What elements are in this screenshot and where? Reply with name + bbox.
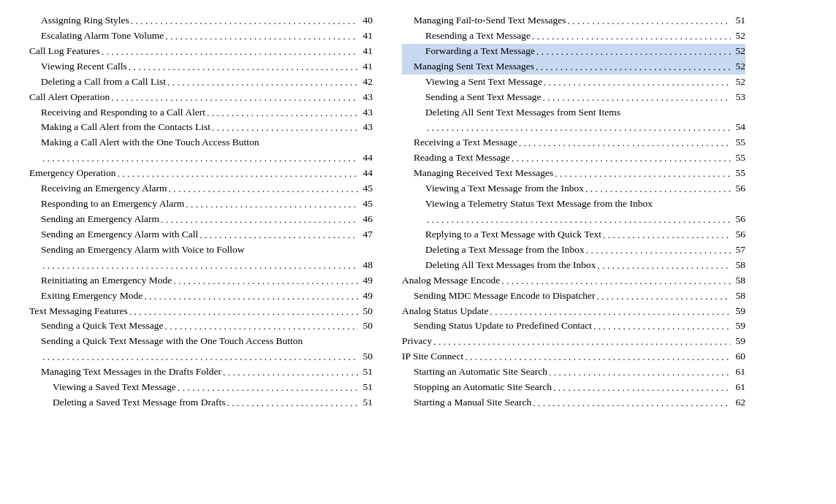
toc-page: 43 <box>360 120 373 135</box>
toc-entry: Making a Call Alert with the One Touch A… <box>29 135 373 166</box>
toc-page: 53 <box>732 90 745 105</box>
right-column: Managing Fail-to-Send Text Messages51Res… <box>387 0 775 504</box>
toc-dots <box>536 45 731 60</box>
toc-page: 62 <box>732 395 745 411</box>
toc-entry: Deleting All Sent Text Messages from Sen… <box>402 105 745 136</box>
toc-dots <box>173 274 358 289</box>
toc-page: 40 <box>360 13 373 28</box>
toc-dots <box>549 365 731 381</box>
toc-entry: Viewing a Saved Text Message51 <box>29 380 373 395</box>
toc-dots <box>42 151 358 167</box>
toc-dots <box>543 91 731 106</box>
toc-dots <box>586 243 731 259</box>
toc-title: Sending a Quick Text Message with the On… <box>41 334 373 349</box>
page-container: Assigning Ring Styles40Escalating Alarm … <box>0 0 836 504</box>
toc-page: 58 <box>732 273 745 289</box>
toc-title: Receiving and Responding to a Call Alert <box>41 105 205 121</box>
toc-title: Viewing a Text Message from the Inbox <box>425 181 584 196</box>
toc-entry: IP Site Connect60 <box>402 349 745 364</box>
toc-dots <box>131 14 358 29</box>
toc-title: Exiting Emergency Mode <box>41 289 142 304</box>
toc-dots <box>603 228 731 243</box>
toc-page: 59 <box>732 334 745 349</box>
toc-page: 41 <box>360 28 373 44</box>
toc-title: Managing Fail-to-Send Text Messages <box>414 13 566 28</box>
toc-dots <box>118 167 358 182</box>
toc-page: 45 <box>360 181 373 196</box>
toc-title: Reading a Text Message <box>414 150 510 166</box>
toc-entry: Making a Call Alert from the Contacts Li… <box>29 120 373 135</box>
toc-entry: Deleting a Call from a Call List42 <box>29 75 373 90</box>
toc-dots <box>200 228 358 243</box>
toc-title: Call Alert Operation <box>29 90 110 105</box>
toc-title: Analog Message Encode <box>402 273 500 289</box>
toc-title: Making a Call Alert from the Contacts Li… <box>41 120 210 135</box>
toc-entry: Text Messaging Features50 <box>29 304 373 319</box>
toc-entry: Sending an Emergency Alarm46 <box>29 212 373 227</box>
toc-dots <box>544 75 731 91</box>
toc-dots <box>490 305 731 320</box>
toc-entry: Deleting a Saved Text Message from Draft… <box>29 395 373 411</box>
toc-dots <box>227 396 359 411</box>
toc-title: Starting an Automatic Site Search <box>414 364 547 380</box>
toc-page: 48 <box>360 258 373 273</box>
toc-page: 49 <box>360 273 373 289</box>
toc-page: 44 <box>360 150 373 166</box>
toc-page: 43 <box>360 105 373 121</box>
toc-title: Managing Sent Text Messages <box>414 59 534 75</box>
toc-title: Stopping an Automatic Site Search <box>414 380 552 395</box>
toc-page: 61 <box>732 364 745 380</box>
toc-entry: Stopping an Automatic Site Search61 <box>402 380 745 395</box>
toc-entry: Sending an Emergency Alarm with Voice to… <box>29 243 373 273</box>
toc-title: Sending MDC Message Encode to Dispatcher <box>414 289 596 304</box>
toc-dots <box>536 60 731 75</box>
toc-entry: Sending a Sent Text Message53 <box>402 90 745 105</box>
toc-entry: Forwarding a Text Message52 <box>402 44 745 59</box>
toc-page: 51 <box>360 395 373 411</box>
toc-entry: Sending a Quick Text Message50 <box>29 318 373 334</box>
vertical-label <box>805 0 827 504</box>
toc-dots <box>553 381 731 396</box>
toc-title: Emergency Operation <box>29 166 116 181</box>
toc-page: 56 <box>732 181 745 196</box>
toc-entry: Privacy59 <box>402 334 745 349</box>
toc-entry: Sending Status Update to Predefined Cont… <box>402 318 745 334</box>
toc-page: 50 <box>360 318 373 334</box>
toc-entry: Analog Message Encode58 <box>402 273 745 289</box>
toc-page: 56 <box>732 227 745 243</box>
toc-title: Making a Call Alert with the One Touch A… <box>41 135 373 150</box>
toc-entry: Viewing Recent Calls41 <box>29 59 373 75</box>
toc-dots <box>111 91 358 106</box>
toc-dots <box>501 274 731 289</box>
toc-dots <box>598 259 731 274</box>
toc-title: Receiving an Emergency Alarm <box>41 181 167 196</box>
toc-dots <box>129 60 358 75</box>
toc-dots <box>465 350 731 365</box>
toc-dots <box>144 289 358 305</box>
toc-entry: Managing Sent Text Messages52 <box>402 59 745 75</box>
toc-page: 58 <box>732 258 745 273</box>
toc-page: 58 <box>732 289 745 304</box>
toc-dots <box>433 335 731 350</box>
toc-page: 52 <box>732 28 745 44</box>
toc-dots <box>167 75 358 91</box>
toc-entry: Receiving an Emergency Alarm45 <box>29 181 373 196</box>
toc-dots <box>532 29 731 45</box>
toc-dots <box>129 305 358 320</box>
toc-dots <box>42 350 358 365</box>
toc-entry: Starting a Manual Site Search62 <box>402 395 745 411</box>
toc-page: 51 <box>360 380 373 395</box>
toc-entry: Call Log Features41 <box>29 44 373 59</box>
toc-title: Forwarding a Text Message <box>425 44 535 59</box>
toc-title: Sending a Sent Text Message <box>425 90 542 105</box>
toc-dots <box>427 213 731 228</box>
toc-title: Resending a Text Message <box>425 28 531 44</box>
toc-entry: Viewing a Telemetry Status Text Message … <box>402 196 745 227</box>
toc-entry: Deleting a Text Message from the Inbox57 <box>402 243 745 258</box>
toc-entry: Emergency Operation44 <box>29 166 373 181</box>
toc-dots <box>512 151 731 167</box>
toc-dots <box>165 29 358 45</box>
toc-dots <box>165 319 358 335</box>
toc-title: Managing Received Text Messages <box>414 166 553 181</box>
toc-entry: Sending an Emergency Alarm with Call47 <box>29 227 373 243</box>
